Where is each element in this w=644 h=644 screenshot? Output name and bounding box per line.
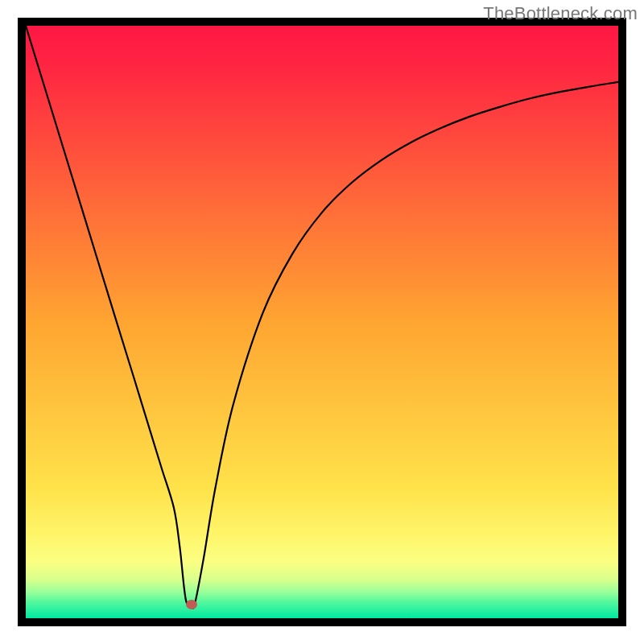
bottleneck-curve bbox=[26, 26, 618, 618]
plot-area bbox=[26, 26, 618, 618]
chart-container: TheBottleneck.com bbox=[0, 0, 644, 644]
optimal-point-marker bbox=[186, 600, 197, 609]
watermark-text: TheBottleneck.com bbox=[483, 3, 638, 24]
